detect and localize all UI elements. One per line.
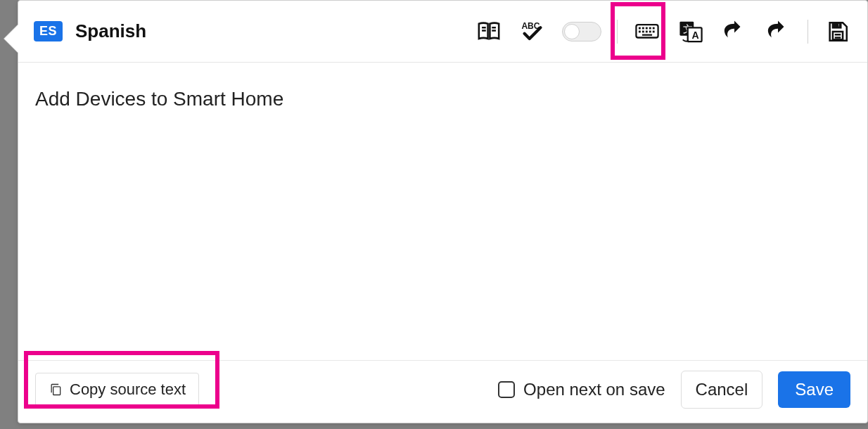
dictionary-button[interactable] bbox=[475, 18, 503, 46]
toggle-switch-knob bbox=[564, 24, 580, 39]
translate-icon: 文 A bbox=[679, 20, 703, 44]
translation-text-area-wrapper bbox=[18, 63, 867, 360]
undo-button[interactable] bbox=[720, 18, 748, 46]
save-button[interactable]: Save bbox=[778, 371, 850, 408]
spellcheck-icon: ABC bbox=[521, 20, 544, 44]
language-code-badge: ES bbox=[34, 21, 63, 41]
translation-textarea[interactable] bbox=[35, 88, 850, 335]
redo-icon bbox=[766, 20, 790, 44]
language-name-label: Spanish bbox=[75, 20, 146, 42]
svg-rect-18 bbox=[838, 23, 840, 27]
book-open-icon bbox=[477, 20, 501, 44]
undo-icon bbox=[722, 20, 746, 44]
save-icon-button[interactable] bbox=[824, 18, 852, 46]
redo-button[interactable] bbox=[764, 18, 792, 46]
footer-right-group: Open next on save Cancel Save bbox=[498, 371, 850, 409]
highlight-box-copy-source bbox=[24, 351, 219, 409]
machine-translate-button[interactable]: 文 A bbox=[677, 18, 705, 46]
svg-text:A: A bbox=[691, 29, 698, 40]
floppy-disk-icon bbox=[826, 20, 850, 44]
open-next-label: Open next on save bbox=[523, 380, 665, 399]
toolbar: ES Spanish ABC bbox=[18, 1, 867, 63]
toolbar-divider bbox=[808, 20, 808, 44]
open-next-on-save-checkbox[interactable]: Open next on save bbox=[498, 380, 665, 399]
panel-pointer-arrow bbox=[4, 25, 18, 53]
cancel-button[interactable]: Cancel bbox=[681, 371, 763, 409]
toggle-switch[interactable] bbox=[562, 22, 601, 41]
spellcheck-button[interactable]: ABC bbox=[518, 18, 547, 46]
highlight-box-machine-translate bbox=[611, 2, 665, 60]
checkbox-icon bbox=[498, 381, 515, 398]
